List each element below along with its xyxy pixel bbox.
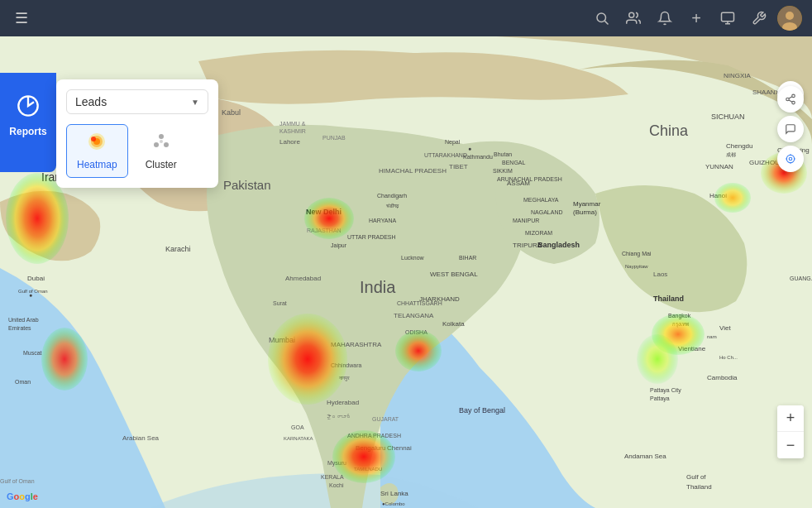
- zoom-controls: + −: [777, 405, 804, 458]
- svg-point-120: [637, 334, 678, 384]
- svg-text:YUNNAN: YUNNAN: [705, 163, 733, 170]
- svg-point-136: [789, 157, 792, 161]
- svg-text:MIZORAM: MIZORAM: [525, 230, 552, 236]
- svg-text:Kolkata: Kolkata: [442, 320, 465, 328]
- svg-rect-3: [722, 12, 734, 22]
- svg-text:Chandigarh: Chandigarh: [377, 193, 407, 199]
- svg-text:GOA: GOA: [291, 424, 304, 430]
- svg-text:(Burma): (Burma): [573, 208, 597, 216]
- svg-text:Karachi: Karachi: [165, 245, 191, 253]
- leads-dropdown[interactable]: Leads ▼: [66, 89, 208, 114]
- svg-text:Ahmedabad: Ahmedabad: [285, 275, 321, 282]
- svg-text:●Colombo: ●Colombo: [382, 501, 405, 506]
- svg-text:Kabul: Kabul: [222, 108, 241, 117]
- cluster-view-option[interactable]: Cluster: [135, 124, 188, 178]
- svg-point-112: [41, 328, 88, 391]
- svg-text:Ho Ch...: Ho Ch...: [719, 355, 738, 360]
- svg-text:Chengdu: Chengdu: [726, 142, 752, 150]
- svg-point-116: [332, 430, 395, 483]
- leads-dropdown-label: Leads: [75, 95, 107, 108]
- svg-text:成都: 成都: [726, 152, 736, 157]
- svg-text:Chiang Mai: Chiang Mai: [622, 251, 652, 257]
- svg-text:Pattaya City: Pattaya City: [650, 387, 681, 394]
- recent-icon[interactable]: [714, 5, 741, 31]
- svg-text:Gulf of Oman: Gulf of Oman: [18, 289, 48, 294]
- zoom-in-button[interactable]: +: [777, 405, 804, 432]
- svg-text:GUANG...: GUANG...: [790, 276, 812, 281]
- svg-text:PUNJAB: PUNJAB: [322, 135, 346, 141]
- add-icon[interactable]: +: [683, 5, 709, 31]
- svg-text:Kochi: Kochi: [329, 482, 344, 488]
- svg-point-0: [597, 13, 606, 22]
- svg-text:Naypyitaw: Naypyitaw: [625, 264, 648, 269]
- svg-text:JAMMU &: JAMMU &: [279, 121, 306, 127]
- svg-point-131: [792, 94, 795, 98]
- svg-text:Oman: Oman: [15, 379, 31, 385]
- svg-text:Muscat: Muscat: [23, 350, 42, 356]
- my-location-icon[interactable]: [777, 146, 804, 172]
- svg-text:Kathmandu: Kathmandu: [463, 154, 493, 160]
- svg-text:KASHMIR: KASHMIR: [279, 128, 306, 134]
- google-logo: Google: [7, 491, 38, 501]
- svg-point-114: [268, 314, 347, 405]
- reports-label: Reports: [9, 126, 46, 137]
- cluster-icon: [151, 132, 171, 156]
- svg-point-129: [160, 140, 163, 143]
- svg-text:Pakistan: Pakistan: [223, 178, 271, 192]
- svg-text:United Arab: United Arab: [8, 317, 39, 323]
- svg-point-128: [164, 142, 169, 147]
- svg-text:Lahore: Lahore: [279, 138, 300, 146]
- map-share-icon[interactable]: [777, 86, 804, 113]
- svg-text:KARNATAKA: KARNATAKA: [284, 436, 313, 441]
- svg-text:Myanmar: Myanmar: [573, 200, 601, 208]
- heatmap-label: Heatmap: [77, 159, 117, 170]
- svg-point-7: [786, 12, 794, 20]
- svg-text:SIKKIM: SIKKIM: [493, 168, 513, 174]
- svg-text:Andaman Sea: Andaman Sea: [624, 453, 666, 460]
- svg-text:Pattaya: Pattaya: [650, 395, 670, 402]
- svg-point-2: [629, 12, 634, 17]
- svg-text:Bangladesh: Bangladesh: [537, 241, 580, 249]
- tools-icon[interactable]: [746, 5, 772, 31]
- search-icon[interactable]: [589, 5, 615, 31]
- map-comment-icon[interactable]: [777, 116, 804, 142]
- topbar: ☰ +: [0, 0, 812, 36]
- heatmap-view-option[interactable]: Heatmap: [66, 124, 128, 178]
- svg-point-133: [792, 101, 795, 104]
- svg-text:Dubai: Dubai: [27, 275, 45, 282]
- svg-point-125: [91, 137, 96, 141]
- notifications-icon[interactable]: [652, 5, 678, 31]
- svg-text:TELANGANA: TELANGANA: [394, 312, 434, 319]
- svg-text:UTTAR PRADESH: UTTAR PRADESH: [347, 234, 396, 240]
- reports-sidebar[interactable]: Reports: [0, 73, 56, 172]
- svg-text:KERALA: KERALA: [321, 474, 344, 480]
- svg-text:HARYANA: HARYANA: [369, 218, 397, 223]
- svg-text:●: ●: [468, 146, 471, 151]
- svg-text:Lucknow: Lucknow: [401, 255, 425, 261]
- svg-text:BENGAL: BENGAL: [502, 160, 526, 165]
- svg-text:Bay of Bengal: Bay of Bengal: [459, 406, 505, 415]
- avatar[interactable]: [777, 6, 802, 31]
- svg-text:Gulf of Oman: Gulf of Oman: [0, 478, 35, 484]
- map-container[interactable]: Iran Pakistan India China Kabul Lahore K…: [0, 36, 812, 508]
- svg-text:SICHUAN: SICHUAN: [711, 113, 745, 121]
- svg-text:JHARKHAND: JHARKHAND: [419, 295, 460, 303]
- svg-text:Thailand: Thailand: [686, 483, 712, 491]
- hamburger-menu-icon[interactable]: ☰: [10, 4, 33, 32]
- svg-text:ARUNACHAL PRADESH: ARUNACHAL PRADESH: [497, 176, 562, 182]
- svg-text:UTTARAKHAND: UTTARAKHAND: [424, 152, 467, 158]
- svg-text:TIBET: TIBET: [449, 163, 468, 170]
- zoom-out-button[interactable]: −: [777, 432, 804, 458]
- svg-text:HIMACHAL PRADESH: HIMACHAL PRADESH: [379, 167, 447, 175]
- svg-text:NAGALAND: NAGALAND: [531, 209, 563, 215]
- svg-text:Surat: Surat: [273, 300, 287, 306]
- svg-text:Hyderabad: Hyderabad: [327, 399, 359, 406]
- svg-point-124: [88, 133, 105, 150]
- leads-panel: Leads ▼ Heatmap: [56, 79, 218, 188]
- svg-text:Arabian Sea: Arabian Sea: [122, 434, 160, 442]
- contacts-icon[interactable]: [620, 5, 647, 31]
- svg-point-118: [714, 183, 751, 213]
- chevron-down-icon: ▼: [191, 98, 199, 107]
- map-controls-right: [777, 86, 804, 172]
- svg-point-115: [395, 330, 442, 371]
